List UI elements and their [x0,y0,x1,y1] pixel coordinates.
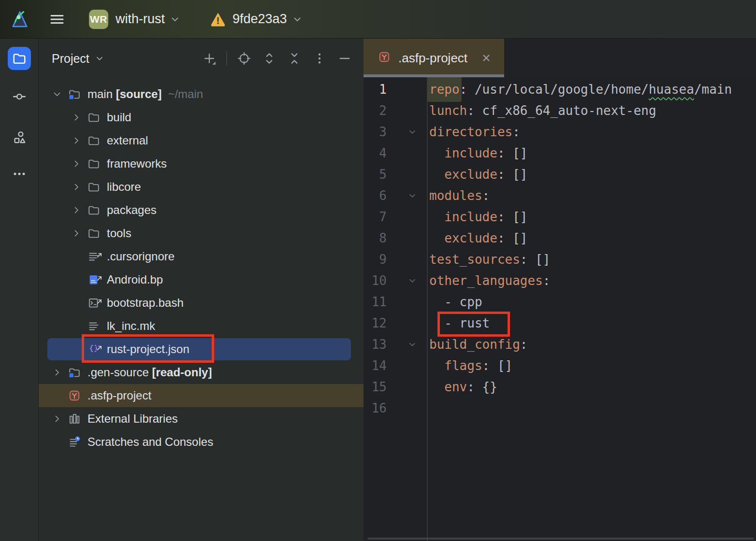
text-icon [87,250,101,263]
horizontal-scrollbar[interactable] [367,538,754,540]
fold-gutter [387,249,427,270]
tree-row-asfp-project[interactable]: .asfp-project [39,384,363,407]
tree-row-external-libraries[interactable]: External Libraries [39,407,363,430]
locate-file-icon[interactable] [236,50,252,67]
hide-panel-icon[interactable] [336,50,353,67]
structure-tool-button[interactable] [8,126,31,149]
chevron-right-icon[interactable] [50,412,64,426]
tree-item-label: .asfp-project [87,389,151,402]
fold-gutter [387,355,427,376]
tree-row-build[interactable]: build [39,106,363,129]
code-line: 10other_languages: [363,270,756,291]
folder-source-icon [68,87,81,101]
tree-row-tools[interactable]: tools [39,222,363,245]
tree-item-label: .cursorignore [107,250,174,263]
tree-row-libcore[interactable]: libcore [39,175,363,199]
commit-tool-button[interactable] [8,85,31,108]
fold-gutter [387,291,427,313]
folder-icon [87,134,101,147]
code-line: 5 exclude: [] [363,164,756,185]
line-number: 2 [363,100,387,121]
options-kebab-icon[interactable] [311,50,328,67]
line-number: 15 [363,376,387,398]
ide-window: WR with-rust 9fde23a3 [0,0,756,541]
fold-gutter [387,376,427,398]
close-tab-icon[interactable] [480,52,493,64]
chevron-right-icon[interactable] [50,366,64,379]
code-line-text: exclude: [] [427,164,756,185]
chevron-down-icon [291,14,303,25]
editor-body[interactable]: 1repo: /usr/local/google/home/huasea/mai… [363,77,756,541]
code-line: 8 exclude: [] [363,228,756,249]
code-line: 15 env: {} [363,376,756,398]
line-number: 14 [363,355,387,376]
tree-row-cursorignore[interactable]: .cursorignore [39,245,363,268]
main-toolbar: WR with-rust 9fde23a3 [0,0,756,39]
tree-item-label: main [87,87,113,101]
tree-row-scratches-and-consoles[interactable]: Scratches and Consoles [39,430,363,454]
android-studio-logo-icon [10,9,30,29]
line-number: 16 [363,398,387,419]
tree-row-gen-source[interactable]: .gen-source [read-only] [39,361,363,384]
collapse-all-icon[interactable] [286,50,303,67]
chevron-spacer [70,273,83,286]
tab-asfp-project[interactable]: .asfp-project [363,39,504,77]
tree-row-frameworks[interactable]: frameworks [39,152,363,175]
annotation-box-rust-line [437,312,510,337]
chevron-right-icon[interactable] [70,157,83,171]
symlink-arrow-icon [96,271,102,285]
fold-gutter [387,100,427,121]
tree-row-android-bp[interactable]: Android.bp [39,268,363,291]
project-panel: Project [39,39,363,541]
fold-gutter [387,142,427,164]
add-icon[interactable] [201,50,218,67]
line-number: 12 [363,313,387,334]
hamburger-menu-icon[interactable] [47,10,67,29]
expand-all-icon[interactable] [261,50,277,67]
project-tool-button[interactable] [8,47,31,70]
vcs-branch-selector[interactable]: 9fde23a3 [210,11,303,28]
tree-item-label: frameworks [107,157,167,171]
code-line-text: env: {} [427,376,756,398]
tree-row-main[interactable]: main [source]~/main [39,83,363,106]
project-selector[interactable]: WR with-rust [89,10,181,29]
chevron-right-icon[interactable] [70,227,83,240]
line-number: 9 [363,249,387,270]
code-line-text [427,398,756,419]
code-line-text: - cpp [427,291,756,313]
code-line-text: modules: [427,185,756,206]
folder-source-icon [68,366,81,379]
fold-chevron-icon[interactable] [387,270,427,291]
chevron-right-icon[interactable] [70,180,83,194]
code-line-text: test_sources: [] [427,249,756,270]
tree-row-external[interactable]: external [39,129,363,152]
chevron-spacer [70,250,83,263]
tool-window-stripe [0,39,39,541]
line-number: 13 [363,334,387,355]
tree-item-label: External Libraries [87,412,178,426]
folder-icon [87,157,101,171]
fold-chevron-icon[interactable] [387,334,427,355]
chevron-down-icon [169,14,181,25]
tree-row-bootstrap-bash[interactable]: bootstrap.bash [39,291,363,314]
fold-chevron-icon[interactable] [387,185,427,206]
more-tools-button[interactable] [8,162,31,185]
chevron-right-icon[interactable] [70,203,83,217]
chevron-right-icon[interactable] [70,134,83,147]
annotation-box-rust-project-json [82,334,214,363]
project-avatar: WR [89,10,108,29]
fold-chevron-icon[interactable] [387,121,427,142]
chevron-down-icon[interactable] [50,87,64,101]
code-line: 4 include: [] [363,142,756,164]
tree-row-packages[interactable]: packages [39,199,363,222]
tree-item-label: tools [107,227,131,240]
fold-gutter [387,164,427,185]
chevron-right-icon[interactable] [70,111,83,124]
line-number: 11 [363,291,387,313]
vcs-ref-label: 9fde23a3 [233,12,287,27]
code-area[interactable]: 1repo: /usr/local/google/home/huasea/mai… [363,79,756,419]
tab-label: .asfp-project [398,51,467,66]
project-panel-title[interactable]: Project [52,52,89,66]
code-line: 7 include: [] [363,206,756,228]
tree-item-label: external [107,134,148,147]
